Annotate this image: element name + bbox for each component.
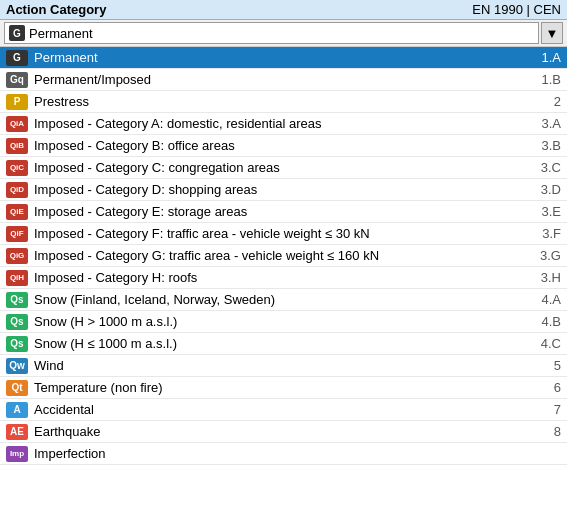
standard-label: EN 1990 | CEN: [472, 2, 561, 17]
item-label: Prestress: [34, 94, 531, 109]
item-code: 4.C: [531, 336, 561, 351]
item-badge: QiF: [6, 226, 28, 242]
list-item[interactable]: QiHImposed - Category H: roofs3.H: [0, 267, 567, 289]
item-badge: P: [6, 94, 28, 110]
item-badge: Gq: [6, 72, 28, 88]
list-item[interactable]: QtTemperature (non fire)6: [0, 377, 567, 399]
dropdown-text: Permanent: [29, 26, 534, 41]
item-badge: QiG: [6, 248, 28, 264]
item-badge: Qt: [6, 380, 28, 396]
list-item[interactable]: QsSnow (Finland, Iceland, Norway, Sweden…: [0, 289, 567, 311]
dropdown-row[interactable]: G Permanent ▼: [0, 20, 567, 47]
list-item[interactable]: QiFImposed - Category F: traffic area - …: [0, 223, 567, 245]
item-label: Imperfection: [34, 446, 531, 461]
list-item[interactable]: QiEImposed - Category E: storage areas3.…: [0, 201, 567, 223]
item-code: 3.D: [531, 182, 561, 197]
item-label: Wind: [34, 358, 531, 373]
item-label: Snow (H ≤ 1000 m a.s.l.): [34, 336, 531, 351]
item-label: Snow (Finland, Iceland, Norway, Sweden): [34, 292, 531, 307]
item-code: 3.F: [531, 226, 561, 241]
item-badge: Qw: [6, 358, 28, 374]
item-badge: QiA: [6, 116, 28, 132]
item-label: Permanent/Imposed: [34, 72, 531, 87]
item-label: Permanent: [34, 50, 531, 65]
item-code: 6: [531, 380, 561, 395]
item-badge: QiH: [6, 270, 28, 286]
item-label: Earthquake: [34, 424, 531, 439]
item-label: Imposed - Category E: storage areas: [34, 204, 531, 219]
item-code: 8: [531, 424, 561, 439]
dropdown-box[interactable]: G Permanent: [4, 22, 539, 44]
item-label: Accidental: [34, 402, 531, 417]
item-code: 4.B: [531, 314, 561, 329]
item-code: 2: [531, 94, 561, 109]
item-badge: Qs: [6, 314, 28, 330]
item-code: 3.C: [531, 160, 561, 175]
item-badge: QiC: [6, 160, 28, 176]
list-item[interactable]: QwWind5: [0, 355, 567, 377]
item-label: Imposed - Category H: roofs: [34, 270, 531, 285]
item-badge: QiB: [6, 138, 28, 154]
item-code: 5: [531, 358, 561, 373]
item-badge: A: [6, 402, 28, 418]
list-item[interactable]: GqPermanent/Imposed1.B: [0, 69, 567, 91]
top-bar: Action Category EN 1990 | CEN: [0, 0, 567, 20]
item-label: Imposed - Category C: congregation areas: [34, 160, 531, 175]
item-label: Temperature (non fire): [34, 380, 531, 395]
item-code: 1.B: [531, 72, 561, 87]
list-item[interactable]: QsSnow (H > 1000 m a.s.l.)4.B: [0, 311, 567, 333]
item-code: 4.A: [531, 292, 561, 307]
item-badge: Imp: [6, 446, 28, 462]
item-badge: Qs: [6, 336, 28, 352]
item-label: Imposed - Category F: traffic area - veh…: [34, 226, 531, 241]
dropdown-badge: G: [9, 25, 25, 41]
list-item[interactable]: QiBImposed - Category B: office areas3.B: [0, 135, 567, 157]
item-code: 3.G: [531, 248, 561, 263]
list-item[interactable]: QiCImposed - Category C: congregation ar…: [0, 157, 567, 179]
item-label: Imposed - Category A: domestic, resident…: [34, 116, 531, 131]
item-badge: G: [6, 50, 28, 66]
list-item[interactable]: GPermanent1.A: [0, 47, 567, 69]
item-code: 1.A: [531, 50, 561, 65]
page-title: Action Category: [6, 2, 106, 17]
list-item[interactable]: QiGImposed - Category G: traffic area - …: [0, 245, 567, 267]
dropdown-arrow[interactable]: ▼: [541, 22, 563, 44]
action-list: GPermanent1.AGqPermanent/Imposed1.BPPres…: [0, 47, 567, 512]
item-badge: QiD: [6, 182, 28, 198]
list-item[interactable]: QiDImposed - Category D: shopping areas3…: [0, 179, 567, 201]
list-item[interactable]: QsSnow (H ≤ 1000 m a.s.l.)4.C: [0, 333, 567, 355]
item-label: Imposed - Category D: shopping areas: [34, 182, 531, 197]
list-item[interactable]: ImpImperfection: [0, 443, 567, 465]
list-item[interactable]: AAccidental7: [0, 399, 567, 421]
item-label: Imposed - Category B: office areas: [34, 138, 531, 153]
item-badge: Qs: [6, 292, 28, 308]
item-code: 3.E: [531, 204, 561, 219]
item-code: 7: [531, 402, 561, 417]
item-badge: AE: [6, 424, 28, 440]
item-label: Imposed - Category G: traffic area - veh…: [34, 248, 531, 263]
item-code: 3.B: [531, 138, 561, 153]
list-item[interactable]: PPrestress2: [0, 91, 567, 113]
item-code: 3.H: [531, 270, 561, 285]
item-badge: QiE: [6, 204, 28, 220]
item-label: Snow (H > 1000 m a.s.l.): [34, 314, 531, 329]
list-item[interactable]: AEEarthquake8: [0, 421, 567, 443]
item-code: 3.A: [531, 116, 561, 131]
list-item[interactable]: QiAImposed - Category A: domestic, resid…: [0, 113, 567, 135]
